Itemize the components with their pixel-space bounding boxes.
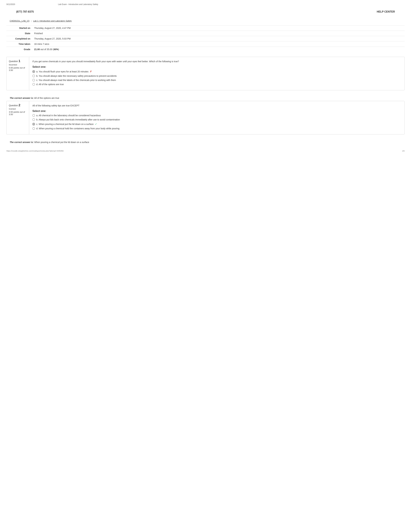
question-title-1: Question 1 xyxy=(9,59,27,63)
grade-label: Grade xyxy=(6,47,32,52)
radio-1-4[interactable] xyxy=(32,83,35,86)
completed-on-value: Thursday, August 27, 2020, 5:03 PM xyxy=(32,36,405,41)
time-taken-value: 16 mins 7 secs xyxy=(32,41,405,47)
correct-icon: ✓ xyxy=(95,123,97,126)
phone-number: (877) 787-8375 xyxy=(16,10,34,13)
correct-answer-label-2: The correct answer is: xyxy=(10,141,34,143)
option-label-1-2: b. You should always take the necessary … xyxy=(36,75,117,77)
question-text-1: If you get some chemicals in your eyes y… xyxy=(32,60,401,63)
info-row-completed: Completed on Thursday, August 27, 2020, … xyxy=(6,36,405,41)
option-row-2-4: d. When pouring a chemical hold the cont… xyxy=(32,127,401,130)
question-status-2: Correct xyxy=(9,108,27,110)
started-on-value: Thursday, August 27, 2020, 4:47 PM xyxy=(32,26,405,31)
question-text-2: All of the following safety tips are tru… xyxy=(32,104,401,107)
question-sidebar-2: Question 2 Correct 3.50 points out of 3.… xyxy=(6,101,29,134)
option-row-1-1: a. You should flush your eyes for at lea… xyxy=(32,70,401,73)
option-row-2-1: a. All chemical in the laboratory should… xyxy=(32,114,401,117)
breadcrumb-course[interactable]: CHEM101L_LAB_V3 xyxy=(10,20,29,22)
started-on-label: Started on xyxy=(6,26,32,31)
correct-answer-2: The correct answer is: When pouring a ch… xyxy=(6,139,405,145)
question-content-2: All of the following safety tips are tru… xyxy=(29,101,405,134)
question-points-2: 3.50 points out of 3.50 xyxy=(9,111,27,116)
info-row-state: State Finished xyxy=(6,31,405,36)
correct-answer-text-2: When pouring a chemical put the lid down… xyxy=(34,141,89,143)
question-title-2: Question 2 xyxy=(9,103,27,107)
question-number-1: 1 xyxy=(19,59,20,63)
question-status-1: Incorrect xyxy=(9,64,27,66)
question-number-2: 2 xyxy=(19,103,20,107)
option-row-1-2: b. You should always take the necessary … xyxy=(32,75,401,77)
page-date: 9/12/2020 xyxy=(6,3,15,6)
time-taken-label: Time taken xyxy=(6,41,32,47)
correct-answer-1: The correct answer is: All of the option… xyxy=(6,95,405,101)
option-label-2-1: a. All chemical in the laboratory should… xyxy=(36,114,101,117)
info-table: Started on Thursday, August 27, 2020, 4:… xyxy=(6,25,405,52)
option-row-2-3: c. When pouring a chemical put the lid d… xyxy=(32,123,401,126)
info-row-started: Started on Thursday, August 27, 2020, 4:… xyxy=(6,26,405,31)
question-block-2: Question 2 Correct 3.50 points out of 3.… xyxy=(6,101,405,134)
radio-2-3[interactable] xyxy=(32,123,35,125)
help-center-link[interactable]: HELP CENTER xyxy=(377,10,395,13)
radio-1-1[interactable] xyxy=(32,70,35,73)
info-row-time: Time taken 16 mins 7 secs xyxy=(6,41,405,47)
question-block-1: Question 1 Incorrect 0.00 points out of … xyxy=(6,57,405,90)
option-row-1-4: d. All of the options are true xyxy=(32,83,401,86)
select-one-label-1: Select one: xyxy=(32,66,401,68)
grade-value: 21.00 out of 35.00 (60%) xyxy=(32,47,405,52)
option-row-1-3: c. You should always read the labels of … xyxy=(32,79,401,81)
option-row-2-2: b. Always put lids back onto chemicals i… xyxy=(32,118,401,121)
radio-1-2[interactable] xyxy=(32,75,35,77)
state-value: Finished xyxy=(32,31,405,36)
breadcrumb-lab[interactable]: Lab 1: Introduction and Laboratory Safet… xyxy=(33,20,72,22)
question-points-1: 0.00 points out of 3.50 xyxy=(9,66,27,71)
page-footer: https://moodle.straighterline.com/mod/qu… xyxy=(6,150,405,152)
radio-2-4[interactable] xyxy=(32,127,35,130)
footer-url[interactable]: https://moodle.straighterline.com/mod/qu… xyxy=(6,150,64,152)
radio-1-3[interactable] xyxy=(32,79,35,81)
correct-answer-text-1: All of the options are true xyxy=(34,97,59,99)
breadcrumb: CHEM101L_LAB_V3 | Lab 1: Introduction an… xyxy=(6,20,405,22)
option-label-1-1: a. You should flush your eyes for at lea… xyxy=(36,70,88,73)
top-bar: (877) 787-8375 HELP CENTER xyxy=(6,7,405,17)
state-label: State xyxy=(6,31,32,36)
option-label-1-3: c. You should always read the labels of … xyxy=(36,79,116,81)
breadcrumb-separator: | xyxy=(31,20,31,22)
questions-container: Question 1 Incorrect 0.00 points out of … xyxy=(6,57,405,145)
option-label-2-3: c. When pouring a chemical put the lid d… xyxy=(36,123,94,125)
option-label-1-4: d. All of the options are true xyxy=(36,83,64,86)
radio-2-2[interactable] xyxy=(32,118,35,121)
completed-on-label: Completed on xyxy=(6,36,32,41)
option-label-2-2: b. Always put lids back onto chemicals i… xyxy=(36,118,120,121)
page-title: Lab Exam - Introduction and Laboratory S… xyxy=(58,3,98,6)
page-indicator: 1/6 xyxy=(402,150,405,152)
radio-2-1[interactable] xyxy=(32,114,35,117)
wrong-icon: ✗ xyxy=(90,70,92,73)
option-label-2-4: d. When pouring a chemical hold the cont… xyxy=(36,127,120,130)
correct-answer-label-1: The correct answer is: xyxy=(10,97,34,99)
info-row-grade: Grade 21.00 out of 35.00 (60%) xyxy=(6,47,405,52)
question-sidebar-1: Question 1 Incorrect 0.00 points out of … xyxy=(6,57,29,90)
select-one-label-2: Select one: xyxy=(32,110,401,113)
question-content-1: If you get some chemicals in your eyes y… xyxy=(29,57,405,90)
